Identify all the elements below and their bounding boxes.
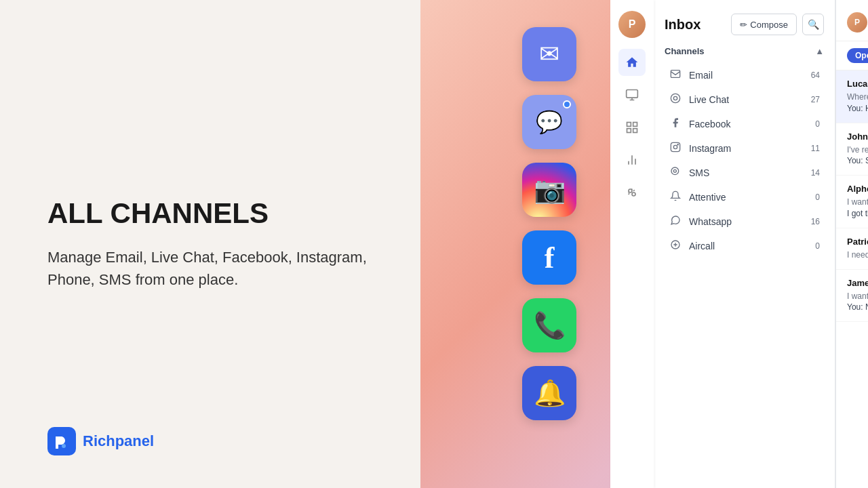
channel-count-3: 11 bbox=[811, 144, 820, 153]
svg-point-17 bbox=[677, 144, 678, 145]
channels-list: Email 64 Live Chat 27 Facebook 0 Instagr… bbox=[665, 63, 824, 258]
svg-point-14 bbox=[673, 96, 677, 100]
svg-rect-2 bbox=[627, 90, 638, 98]
facebook-app-icon: f bbox=[522, 230, 576, 285]
channels-header: Channels ▲ bbox=[665, 46, 824, 56]
right-panel: ✉ 💬 📷 f 📞 🔔 P bbox=[420, 0, 868, 488]
richpanel-logo-icon bbox=[47, 427, 76, 455]
channel-row-sms[interactable]: SMS 14 bbox=[665, 161, 824, 185]
my-inbox-header: P My Inbox bbox=[836, 0, 868, 41]
svg-point-18 bbox=[671, 167, 679, 175]
email-app-icon: ✉ bbox=[522, 27, 576, 81]
conv-name-3: Patrick Mason bbox=[847, 237, 868, 247]
collapse-icon: ▲ bbox=[815, 46, 824, 56]
search-icon: 🔍 bbox=[808, 19, 819, 30]
sidebar-item-home[interactable] bbox=[618, 49, 646, 76]
logo-text: Richpanel bbox=[83, 432, 154, 450]
svg-point-16 bbox=[673, 145, 677, 148]
channel-row-live-chat[interactable]: Live Chat 27 bbox=[665, 87, 824, 112]
my-inbox-panel: P My Inbox Open 5Snooze Lucas Perry Wher… bbox=[835, 0, 868, 488]
conv-name-2: Alphonso Davies bbox=[847, 184, 868, 194]
compose-label: Compose bbox=[750, 20, 788, 30]
channel-count-7: 0 bbox=[815, 241, 820, 251]
channel-icon-aircall bbox=[669, 239, 682, 253]
inbox-title: Inbox bbox=[665, 17, 701, 33]
channel-name-3: Instagram bbox=[689, 143, 804, 154]
channel-name-4: SMS bbox=[689, 167, 804, 178]
conv-name-0: Lucas Perry bbox=[847, 79, 868, 89]
conv-preview-0: Where is my orderYou: Hi Lucas! Give you… bbox=[847, 92, 868, 115]
channel-icon-sms bbox=[669, 166, 682, 180]
channels-label: Channels bbox=[665, 46, 705, 56]
conversation-list: Lucas Perry Where is my orderYou: Hi Luc… bbox=[836, 70, 868, 322]
conv-name-1: John Petrucci bbox=[847, 131, 868, 142]
conv-preview-1: I've received the itYou: Sure, sharing m… bbox=[847, 144, 868, 167]
svg-rect-12 bbox=[671, 70, 679, 78]
svg-rect-3 bbox=[627, 123, 631, 127]
svg-rect-5 bbox=[627, 129, 631, 133]
svg-point-13 bbox=[671, 94, 679, 102]
attentive-app-icon: 🔔 bbox=[522, 366, 576, 420]
channel-count-1: 27 bbox=[811, 95, 820, 104]
inbox-tab-0[interactable]: Open 5 bbox=[847, 48, 868, 63]
inbox-header: Inbox ✏ Compose 🔍 bbox=[665, 14, 824, 35]
sidebar-item-inbox[interactable] bbox=[618, 81, 646, 108]
my-inbox-avatar: P bbox=[847, 12, 867, 33]
conversation-item[interactable]: Lucas Perry Where is my orderYou: Hi Luc… bbox=[836, 70, 868, 123]
channel-icon-facebook bbox=[669, 117, 682, 131]
channel-row-instagram[interactable]: Instagram 11 bbox=[665, 136, 824, 161]
conversation-item[interactable]: John Petrucci I've received the itYou: S… bbox=[836, 123, 868, 176]
channel-count-2: 0 bbox=[815, 119, 820, 129]
search-button[interactable]: 🔍 bbox=[802, 14, 824, 35]
app-icons-container: ✉ 💬 📷 f 📞 🔔 bbox=[522, 27, 576, 420]
channel-icon-live chat bbox=[669, 93, 682, 106]
channel-icon-whatsapp bbox=[669, 215, 682, 228]
instagram-app-icon: 📷 bbox=[522, 163, 576, 217]
channel-icon-attentive bbox=[669, 190, 682, 204]
headline: ALL CHANNELS bbox=[47, 197, 373, 230]
channel-count-4: 14 bbox=[811, 168, 820, 178]
channel-name-6: Whatsapp bbox=[689, 216, 804, 227]
sidebar-item-integrations[interactable] bbox=[618, 179, 646, 206]
svg-point-11 bbox=[632, 192, 635, 196]
sidebar-item-chart[interactable] bbox=[618, 146, 646, 174]
conversation-item[interactable]: Patrick Mason I need an update I was sup… bbox=[836, 228, 868, 270]
channel-row-facebook[interactable]: Facebook 0 bbox=[665, 112, 824, 136]
compose-icon: ✏ bbox=[740, 20, 747, 30]
user-avatar: P bbox=[618, 11, 646, 38]
compose-button[interactable]: ✏ Compose bbox=[731, 14, 797, 35]
channel-row-aircall[interactable]: Aircall 0 bbox=[665, 234, 824, 258]
channel-name-7: Aircall bbox=[689, 241, 808, 251]
channel-name-1: Live Chat bbox=[689, 94, 804, 105]
sidebar-item-grid[interactable] bbox=[618, 114, 646, 141]
svg-rect-6 bbox=[633, 129, 637, 133]
svg-point-1 bbox=[62, 444, 66, 448]
inbox-panel: Inbox ✏ Compose 🔍 Channels ▲ Email 64 Li… bbox=[654, 0, 835, 488]
channel-count-0: 64 bbox=[811, 70, 820, 80]
channel-row-attentive[interactable]: Attentive 0 bbox=[665, 185, 824, 209]
whatsapp-app-icon: 📞 bbox=[522, 298, 576, 352]
logo-area: Richpanel bbox=[47, 427, 154, 455]
channel-count-5: 0 bbox=[815, 192, 820, 202]
conversation-item[interactable]: James Maddison I want to return mYou: No… bbox=[836, 270, 868, 323]
channel-name-5: Attentive bbox=[689, 192, 808, 203]
channel-icon-email bbox=[669, 68, 682, 82]
channel-row-email[interactable]: Email 64 bbox=[665, 63, 824, 87]
svg-point-19 bbox=[673, 169, 676, 172]
sidebar: P bbox=[610, 0, 654, 488]
conv-preview-4: I want to return mYou: No worries, for y… bbox=[847, 291, 868, 314]
svg-rect-4 bbox=[633, 123, 637, 127]
conv-preview-3: I need an update I was supposed to for t… bbox=[847, 249, 868, 261]
conv-preview-2: I want to cancel mI got the wrong si bbox=[847, 197, 868, 220]
channel-row-whatsapp[interactable]: Whatsapp 16 bbox=[665, 209, 824, 234]
left-panel: ALL CHANNELS Manage Email, Live Chat, Fa… bbox=[0, 0, 420, 488]
inbox-actions: ✏ Compose 🔍 bbox=[731, 14, 824, 35]
chat-app-icon: 💬 bbox=[522, 95, 576, 149]
conv-name-4: James Maddison bbox=[847, 278, 868, 288]
svg-rect-15 bbox=[671, 142, 679, 151]
subtext: Manage Email, Live Chat, Facebook, Insta… bbox=[47, 246, 373, 291]
channel-name-0: Email bbox=[689, 70, 804, 81]
conversation-item[interactable]: Alphonso Davies I want to cancel mI got … bbox=[836, 176, 868, 228]
channel-count-6: 16 bbox=[811, 217, 820, 226]
inbox-tabs: Open 5Snooze bbox=[836, 41, 868, 70]
